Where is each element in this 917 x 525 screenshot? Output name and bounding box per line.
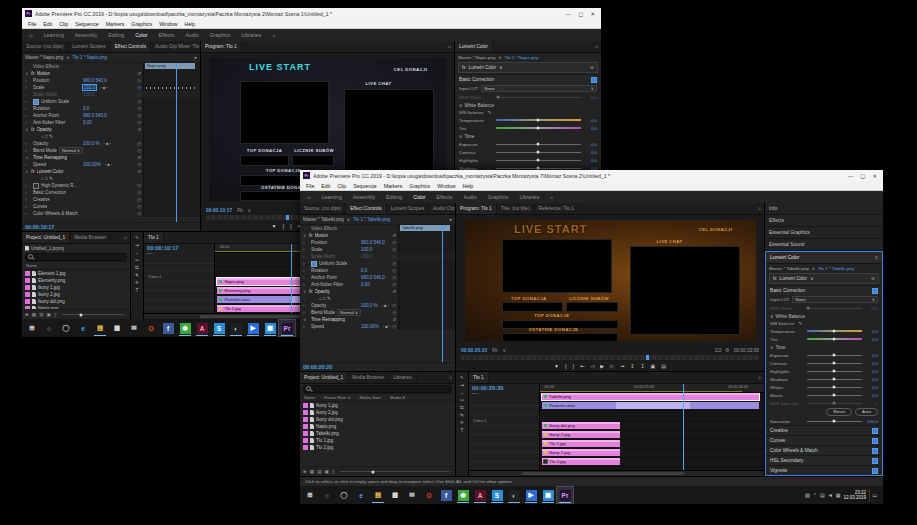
search-input[interactable] <box>303 385 452 393</box>
menu-item[interactable]: Help <box>463 183 474 189</box>
workspace-tab[interactable]: Assembly <box>75 32 98 38</box>
track-select-tool[interactable]: ⇥ <box>460 383 464 388</box>
task-view-button[interactable]: ◯ <box>58 320 74 336</box>
step-back-button[interactable]: ◁ <box>590 363 594 369</box>
photos-icon[interactable]: ▣ <box>540 487 556 503</box>
ec-expand-icon[interactable]: ▸ <box>450 217 452 222</box>
slider-track[interactable] <box>496 119 581 121</box>
monitor-tab[interactable]: Title: (no title) <box>497 203 535 214</box>
movies-app-icon[interactable]: ▶ <box>523 487 539 503</box>
wb-eyedropper-icon[interactable]: ✎ <box>487 110 491 115</box>
label-color-chip[interactable] <box>25 285 30 290</box>
fit-dropdown[interactable]: Fit <box>492 348 497 353</box>
menu-item[interactable]: File <box>28 21 36 27</box>
wb-eyedropper-icon[interactable]: ✎ <box>798 321 802 326</box>
ec-playhead[interactable] <box>176 63 177 222</box>
new-bin-button[interactable]: ▤ <box>39 312 43 317</box>
menu-item[interactable]: Graphics <box>409 183 430 189</box>
label-color-chip[interactable] <box>303 417 308 422</box>
hdr-white-slider[interactable] <box>496 97 581 98</box>
tray-image-icon[interactable]: ▨ <box>805 492 810 498</box>
slider-track[interactable] <box>496 144 581 145</box>
lumetri-effect-selector[interactable]: fx Lumetri Color ∨ ⚙ <box>458 62 598 73</box>
slider-value[interactable]: 0,0 <box>865 393 878 398</box>
slider-value[interactable]: 0,0 <box>865 353 878 358</box>
slider-track[interactable] <box>807 371 862 372</box>
project-item[interactable]: Napis.png <box>300 423 455 430</box>
close-button[interactable]: ✕ <box>590 11 595 17</box>
input-lut-dropdown[interactable]: None ∨ <box>792 296 878 303</box>
skype-icon[interactable]: S <box>489 487 505 503</box>
workspace-tab[interactable]: Editing <box>108 32 124 38</box>
track-header[interactable]: Video 4 <box>144 271 214 282</box>
collapsed-panel-header[interactable]: Essential Sound <box>765 239 883 251</box>
effect-property-row[interactable]: › Uniform Scale ◷ <box>22 98 200 105</box>
property-value[interactable]: 960,0 540,0 <box>83 78 107 83</box>
slider-value[interactable]: 0,0 <box>584 158 597 163</box>
track-header[interactable] <box>469 397 539 406</box>
keyframe-rail[interactable] <box>143 91 200 98</box>
keyframe-nav-icons[interactable]: ‹ ◆ › <box>382 303 390 308</box>
slider-value[interactable]: 0,0 <box>865 377 878 382</box>
workspace-tab[interactable]: Libraries <box>241 32 261 38</box>
effect-property-row[interactable]: › Speed 100,00% ‹ ◆ › ◷ <box>300 323 455 330</box>
monitor-tab[interactable]: Program: Tło 1 <box>201 41 242 52</box>
delete-button[interactable]: ▯ <box>332 469 335 474</box>
keyframe-nav-icons[interactable]: ‹ ◆ › <box>383 324 391 329</box>
blend-mode-dropdown[interactable]: Normal ∨ <box>59 147 83 154</box>
slider-value[interactable]: 0,0 <box>865 369 878 374</box>
workspace-tab[interactable]: Audio <box>463 194 476 200</box>
ec-timecode[interactable]: 00:00:20:20 <box>300 362 455 371</box>
track-lane[interactable]: Tło 2.jpg <box>540 458 764 467</box>
workspace-tab[interactable]: Color <box>413 194 425 200</box>
mail-icon[interactable]: ✉ <box>404 487 420 503</box>
selection-tool[interactable]: ↖ <box>460 375 464 380</box>
adobe-red-app-icon[interactable]: A <box>472 487 488 503</box>
store-icon[interactable]: ▦ <box>109 320 125 336</box>
property-value[interactable]: 100,0 % <box>83 141 100 146</box>
label-color-chip[interactable] <box>303 445 308 450</box>
track-header[interactable] <box>469 406 539 415</box>
slider-value[interactable]: 0,0 <box>584 150 597 155</box>
effect-property-row[interactable]: › Uniform Scale ◷ <box>300 260 455 267</box>
effect-property-row[interactable]: ○ □ ✎ <box>300 295 455 302</box>
panel-tab[interactable]: Lumetri Scopes <box>387 203 429 214</box>
workspace-tab[interactable]: Effects <box>159 32 175 38</box>
tray-input-icon[interactable]: ▦ <box>836 492 841 498</box>
keyframe-rail[interactable] <box>143 147 200 154</box>
panel-menu-icon[interactable]: ≡ <box>121 232 130 243</box>
edge-icon[interactable]: e <box>75 320 91 336</box>
keyframe-rail[interactable] <box>398 267 455 274</box>
slider-track[interactable] <box>496 152 581 153</box>
keyframe-rail[interactable] <box>143 126 200 133</box>
project-item[interactable]: Tło 2.jpg <box>300 444 455 451</box>
label-color-chip[interactable] <box>303 438 308 443</box>
property-value[interactable]: 100,0 <box>83 92 94 97</box>
track-header[interactable] <box>469 435 539 444</box>
track-select-tool[interactable]: ⇥ <box>135 243 139 248</box>
workspace-tab[interactable]: Audio <box>185 32 198 38</box>
panel-tab[interactable]: Source: (no clips) <box>300 203 346 214</box>
keyframe-rail[interactable]: Tabelki.png <box>398 225 455 232</box>
project-item[interactable]: Ikony 1.jpg <box>300 402 455 409</box>
track-lane[interactable]: Ikony 1.jpg <box>540 449 764 458</box>
panel-menu-icon[interactable]: ≡ <box>445 41 454 52</box>
type-tool[interactable]: T <box>461 428 464 433</box>
property-checkbox[interactable] <box>33 183 39 189</box>
panel-menu-icon[interactable]: ≡ <box>446 372 455 383</box>
project-item[interactable]: Element 1.jpg <box>22 270 130 277</box>
slider-value[interactable]: 0,0 <box>584 118 597 123</box>
timeline-clip[interactable]: Ikony 1.jpg <box>542 449 620 456</box>
white-balance-section-header[interactable]: ∨ White Balance <box>455 101 601 109</box>
maximize-button[interactable]: ▢ <box>860 173 865 179</box>
menu-item[interactable]: Sequence <box>75 21 98 27</box>
section-checkbox[interactable] <box>872 428 878 434</box>
keyframe-rail[interactable] <box>398 232 455 239</box>
label-color-chip[interactable] <box>25 278 30 283</box>
label-color-chip[interactable] <box>303 403 308 408</box>
home-icon[interactable]: ⌂ <box>29 32 33 38</box>
timeline-clip[interactable] <box>215 267 224 276</box>
pen-tool[interactable]: ✎ <box>460 413 464 418</box>
property-value[interactable]: 100,0 % <box>361 303 378 308</box>
slider-track[interactable] <box>496 160 581 161</box>
